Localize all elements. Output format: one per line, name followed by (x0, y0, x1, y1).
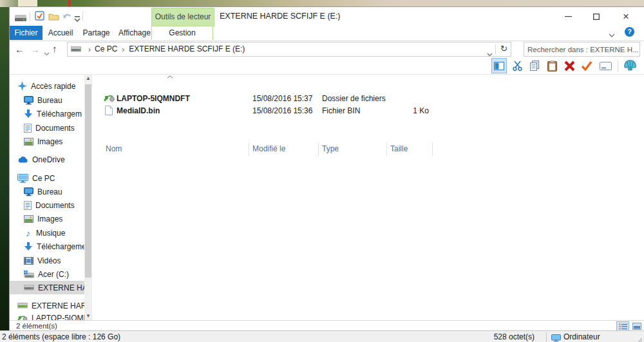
details-view-button[interactable] (616, 321, 629, 331)
scroll-up-arrow[interactable]: ▲ (84, 74, 92, 82)
sidebar-item-externe-harde-selected[interactable]: EXTERNE HARDE (10, 281, 92, 294)
forward-button[interactable]: → (30, 44, 40, 54)
sidebar-item-documents-qa[interactable]: Documents (10, 121, 92, 135)
drive-icon (24, 285, 34, 290)
sidebar-item-laptop[interactable]: LAPTOP-5IQMN (10, 311, 92, 320)
preview-pane-icon (494, 62, 504, 70)
back-button[interactable]: ← (15, 44, 24, 54)
sidebar-scrollbar[interactable]: ▲ ▼ (84, 74, 92, 320)
address-bar-row: ← → ↑ › Ce PC › EXTERNE HARDE SCFIJF E (… (10, 41, 644, 58)
sidebar-item-acer-c[interactable]: Acer (C:) (10, 267, 92, 281)
file-list-pane: Nom Modifié le Type Taille LAPTOP-5IQMND… (100, 74, 644, 320)
tab-affichage[interactable]: Affichage (114, 26, 155, 40)
refresh-button[interactable]: ↻ (500, 44, 507, 53)
window-title: EXTERNE HARDE SCFIJF E (E:) (220, 12, 341, 21)
close-button[interactable]: × (616, 7, 636, 26)
drive-icon (71, 46, 81, 52)
contextual-tool-label: Outils de lecteur (155, 12, 211, 21)
column-header-taille[interactable]: Taille (390, 141, 408, 157)
resize-grip[interactable] (636, 335, 642, 342)
scrollbar-thumb[interactable] (85, 84, 91, 278)
download-icon (24, 242, 33, 251)
computer-icon (551, 333, 561, 342)
sidebar-item-musique[interactable]: ♪ Musique (10, 226, 92, 240)
sidebar-item-externe-harde-2[interactable]: EXTERNE HARDE S (10, 299, 92, 312)
column-header-modifie[interactable]: Modifié le (252, 141, 285, 157)
minimize-icon (565, 13, 572, 20)
paste-button[interactable] (544, 58, 560, 73)
sidebar-item-bureau-qa[interactable]: Bureau (10, 93, 92, 107)
large-icons-view-icon (632, 323, 641, 330)
sidebar-item-videos[interactable]: Vidéos (10, 254, 92, 267)
system-drive-icon (24, 271, 34, 278)
tab-accueil[interactable]: Accueil (43, 26, 79, 40)
preview-pane-toggle-button[interactable] (491, 58, 507, 73)
toolbar-separator (618, 60, 618, 72)
maximize-button[interactable] (587, 7, 606, 26)
file-name[interactable]: MediaID.bin (117, 105, 160, 117)
column-header-type[interactable]: Type (322, 141, 339, 157)
file-type: Dossier de fichiers (322, 93, 386, 105)
copy-button[interactable] (527, 58, 542, 73)
column-separator[interactable] (432, 142, 433, 156)
minimize-button[interactable] (558, 7, 578, 26)
select-check-button[interactable] (579, 58, 594, 73)
large-icons-view-button[interactable] (630, 321, 643, 331)
sidebar-item-quick-access[interactable]: Accès rapide (10, 79, 92, 93)
sidebar-item-images-pc[interactable]: Images (10, 212, 92, 225)
document-icon (24, 124, 32, 133)
sync-arrows-icon (17, 314, 28, 321)
sidebar-item-telechargements-qa[interactable]: Téléchargem (10, 107, 92, 120)
image-icon (24, 138, 33, 146)
delete-button[interactable] (562, 58, 577, 73)
classic-shell-button[interactable] (622, 58, 638, 73)
tab-partage[interactable]: Partage (79, 26, 114, 40)
sidebar-item-documents-pc[interactable]: Documents (10, 198, 92, 212)
address-field[interactable]: › Ce PC › EXTERNE HARDE SCFIJF E (E:) ↻ (67, 42, 511, 57)
tab-gestion[interactable]: Gestion (151, 26, 213, 40)
check-icon (581, 61, 592, 71)
delete-x-icon (564, 61, 575, 71)
column-header-nom[interactable]: Nom (106, 141, 122, 157)
tab-fichier[interactable]: Fichier (10, 26, 43, 40)
background-window-status-bar: 2 éléments (espace libre : 126 Go) 528 o… (0, 330, 644, 342)
rename-button[interactable] (598, 58, 613, 73)
qat-new-folder-button[interactable] (48, 12, 59, 23)
toolbar-row (10, 58, 644, 74)
shell-icon (624, 60, 636, 71)
file-type: Fichier BIN (322, 105, 360, 117)
cut-button[interactable] (509, 58, 525, 73)
search-field[interactable]: Rechercher dans : EXTERNE H... (524, 42, 640, 57)
title-bar: Outils de lecteur EXTERNE HARDE SCFIJF E… (10, 7, 644, 26)
paste-icon (547, 61, 557, 71)
sidebar-item-onedrive[interactable]: OneDrive (10, 153, 92, 166)
breadcrumb-ce-pc[interactable]: Ce PC (95, 43, 117, 56)
computer-icon (17, 174, 28, 183)
sidebar-item-telechargement-pc[interactable]: Téléchargement (10, 240, 92, 253)
column-separator[interactable] (249, 142, 249, 156)
breadcrumb-drive[interactable]: EXTERNE HARDE SCFIJF E (E:) (129, 43, 245, 56)
qat-properties-button[interactable] (35, 11, 45, 24)
file-blank-icon (105, 106, 118, 119)
search-placeholder: Rechercher dans : EXTERNE H... (527, 46, 639, 53)
qat-customize-dropdown[interactable] (74, 13, 80, 24)
document-icon (24, 201, 32, 210)
video-icon (24, 257, 33, 265)
music-note-icon: ♪ (24, 228, 32, 238)
up-button[interactable]: ↑ (52, 44, 57, 53)
column-separator[interactable] (318, 142, 319, 156)
sidebar-item-bureau-pc[interactable]: Bureau (10, 185, 92, 198)
qat-undo-button[interactable] (62, 12, 73, 23)
help-button[interactable]: ? (625, 27, 634, 37)
file-name[interactable]: LAPTOP-5IQMNDFT (117, 93, 190, 105)
sidebar-item-images-qa[interactable]: Images (10, 135, 92, 148)
download-icon (24, 109, 33, 119)
copy-icon (529, 61, 540, 71)
wallpaper-detail (18, 0, 37, 6)
column-separator[interactable] (386, 142, 387, 156)
sidebar-item-ce-pc[interactable]: Ce PC (10, 171, 92, 185)
recent-locations-dropdown[interactable] (44, 47, 50, 59)
scroll-down-arrow[interactable]: ▼ (84, 312, 92, 320)
ribbon-collapse-button[interactable] (609, 29, 615, 41)
bg-size-text: 528 octet(s) (483, 332, 535, 342)
